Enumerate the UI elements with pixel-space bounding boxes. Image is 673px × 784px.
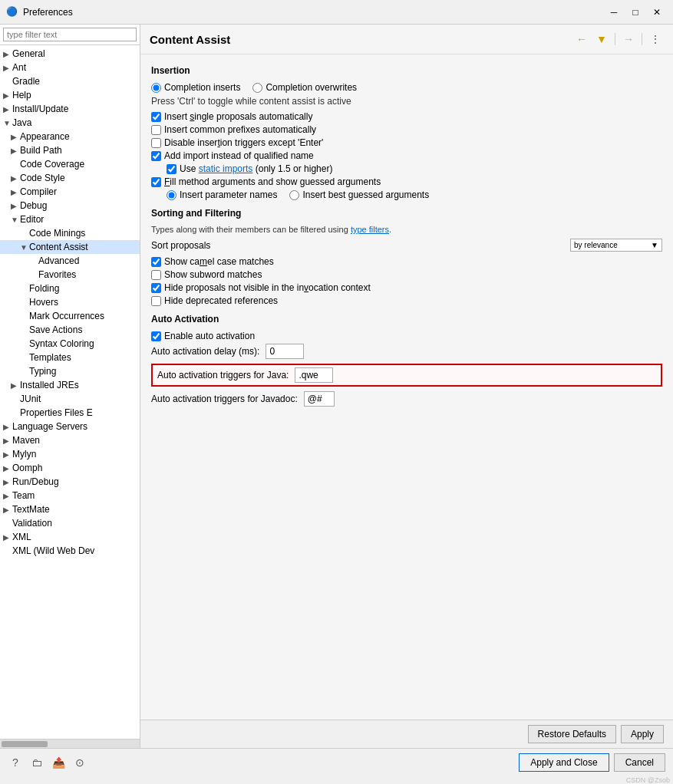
sidebar-item-junit[interactable]: JUnit <box>0 392 140 406</box>
sidebar-item-templates[interactable]: Templates <box>0 351 140 364</box>
auto-activation-section: Auto Activation Enable auto activation A… <box>151 314 662 407</box>
static-imports-link[interactable]: static imports <box>199 163 253 174</box>
toolbar-menu-button[interactable]: ▼ <box>593 31 610 48</box>
hide-invisible-input[interactable] <box>151 283 161 293</box>
apply-button[interactable]: Apply <box>621 725 664 743</box>
hide-invisible-check[interactable]: Hide proposals not visible in the invoca… <box>151 282 662 293</box>
sidebar-item-advanced[interactable]: Advanced <box>0 254 140 268</box>
add-import-input[interactable] <box>151 151 161 161</box>
javadoc-trigger-input[interactable] <box>304 391 335 407</box>
enable-auto-input[interactable] <box>151 331 161 341</box>
sidebar-item-gradle[interactable]: Gradle <box>0 74 140 88</box>
completion-overwrites-input[interactable] <box>252 83 262 93</box>
sidebar-item-java[interactable]: ▼Java <box>0 116 140 130</box>
sidebar-item-typing[interactable]: Typing <box>0 364 140 378</box>
completion-inserts-input[interactable] <box>151 83 161 93</box>
toolbar-separator <box>615 33 615 45</box>
sidebar-item-code-style[interactable]: ▶Code Style <box>0 171 140 185</box>
restore-defaults-button[interactable]: Restore Defaults <box>528 725 616 743</box>
param-names-radio[interactable]: Insert parameter names <box>167 189 277 200</box>
sidebar-item-favorites[interactable]: Favorites <box>0 268 140 282</box>
common-prefixes-check[interactable]: Insert common prefixes automatically <box>151 124 662 135</box>
minimize-button[interactable]: ─ <box>604 4 624 21</box>
sidebar-item-general[interactable]: ▶General <box>0 47 140 61</box>
sort-dropdown[interactable]: by relevance ▼ <box>570 239 662 252</box>
sidebar-item-maven[interactable]: ▶Maven <box>0 433 140 447</box>
tree-arrow: ▶ <box>11 133 20 141</box>
toolbar-more[interactable]: ⋮ <box>647 31 664 47</box>
disable-triggers-check[interactable]: Disable insertion triggers except 'Enter… <box>151 137 662 148</box>
single-proposals-input[interactable] <box>151 112 161 122</box>
param-names-input[interactable] <box>167 190 176 200</box>
sidebar-item-textmate[interactable]: ▶TextMate <box>0 502 140 516</box>
circle-icon[interactable]: ⊙ <box>72 755 87 770</box>
best-guessed-radio[interactable]: Insert best guessed arguments <box>289 189 429 200</box>
sidebar-item-build-path[interactable]: ▶Build Path <box>0 143 140 157</box>
subword-input[interactable] <box>151 270 161 280</box>
sidebar-item-compiler[interactable]: ▶Compiler <box>0 185 140 199</box>
camel-case-check[interactable]: Show camel case matches <box>151 256 662 267</box>
sidebar-item-validation[interactable]: Validation <box>0 516 140 530</box>
forward-button[interactable]: → <box>620 31 637 48</box>
sidebar-item-mylyn[interactable]: ▶Mylyn <box>0 447 140 461</box>
delay-input[interactable] <box>266 344 304 359</box>
static-imports-check[interactable]: Use static imports (only 1.5 or higher) <box>151 163 662 174</box>
sidebar-item-appearance[interactable]: ▶Appearance <box>0 130 140 143</box>
sidebar-item-xml-web-dev[interactable]: XML (Wild Web Dev <box>0 544 140 558</box>
sidebar-item-content-assist[interactable]: ▼Content Assist <box>0 240 140 254</box>
folder-icon[interactable]: 🗀 <box>29 755 45 770</box>
sidebar-item-editor[interactable]: ▼Editor <box>0 212 140 226</box>
best-guessed-input[interactable] <box>289 190 299 200</box>
tree-arrow: ▶ <box>3 423 12 431</box>
sidebar-item-code-coverage[interactable]: Code Coverage <box>0 157 140 171</box>
add-import-check[interactable]: Add import instead of qualified name <box>151 150 662 161</box>
tree-label: Typing <box>29 366 56 377</box>
help-icon[interactable]: ? <box>8 755 23 770</box>
completion-inserts-radio[interactable]: Completion inserts <box>151 82 240 93</box>
sidebar-item-folding[interactable]: Folding <box>0 282 140 295</box>
sidebar-item-hovers[interactable]: Hovers <box>0 295 140 309</box>
sidebar-item-properties-files[interactable]: Properties Files E <box>0 406 140 420</box>
apply-and-close-button[interactable]: Apply and Close <box>519 753 609 772</box>
disable-triggers-input[interactable] <box>151 138 161 148</box>
fill-method-check[interactable]: Fill method arguments and show guessed a… <box>151 176 662 187</box>
sidebar-scrollbar-thumb[interactable] <box>2 741 48 747</box>
sidebar-item-code-minings[interactable]: Code Minings <box>0 226 140 240</box>
enable-auto-check[interactable]: Enable auto activation <box>151 331 662 341</box>
completion-overwrites-radio[interactable]: Completion overwrites <box>252 82 357 93</box>
hide-deprecated-input[interactable] <box>151 296 161 306</box>
sidebar-item-run-debug[interactable]: ▶Run/Debug <box>0 475 140 489</box>
sidebar-item-xml[interactable]: ▶XML <box>0 530 140 544</box>
hide-deprecated-check[interactable]: Hide deprecated references <box>151 295 662 306</box>
sidebar-item-ant[interactable]: ▶Ant <box>0 61 140 74</box>
cancel-button[interactable]: Cancel <box>614 753 665 772</box>
sidebar-item-language-servers[interactable]: ▶Language Servers <box>0 420 140 433</box>
sidebar-item-debug[interactable]: ▶Debug <box>0 199 140 212</box>
tree-arrow: ▶ <box>3 50 12 58</box>
tree-label: Mylyn <box>12 449 36 460</box>
export-icon[interactable]: 📤 <box>51 755 66 770</box>
sidebar-item-install-update[interactable]: ▶Install/Update <box>0 102 140 116</box>
sidebar-item-syntax-coloring[interactable]: Syntax Coloring <box>0 337 140 351</box>
sidebar-item-oomph[interactable]: ▶Oomph <box>0 461 140 475</box>
back-button[interactable]: ← <box>573 31 590 48</box>
common-prefixes-input[interactable] <box>151 125 161 135</box>
sidebar-item-save-actions[interactable]: Save Actions <box>0 323 140 337</box>
filter-input[interactable] <box>3 28 137 41</box>
fill-method-input[interactable] <box>151 177 161 187</box>
maximize-button[interactable]: □ <box>625 4 645 21</box>
sidebar-item-help[interactable]: ▶Help <box>0 88 140 102</box>
single-proposals-check[interactable]: Insert single proposals automatically <box>151 111 662 122</box>
sidebar-item-installed-jres[interactable]: ▶Installed JREs <box>0 378 140 392</box>
close-button[interactable]: ✕ <box>647 4 667 21</box>
subword-check[interactable]: Show subword matches <box>151 269 662 280</box>
sidebar-item-mark-occurrences[interactable]: Mark Occurrences <box>0 309 140 323</box>
java-trigger-input[interactable] <box>295 367 333 383</box>
completion-overwrites-label: Completion overwrites <box>266 82 357 93</box>
type-filters-link[interactable]: type filters <box>351 225 389 234</box>
sidebar-item-team[interactable]: ▶Team <box>0 489 140 502</box>
camel-case-input[interactable] <box>151 257 161 267</box>
static-imports-input[interactable] <box>167 164 176 174</box>
sidebar-scrollbar[interactable] <box>0 739 140 748</box>
enable-auto-label: Enable auto activation <box>164 331 255 341</box>
